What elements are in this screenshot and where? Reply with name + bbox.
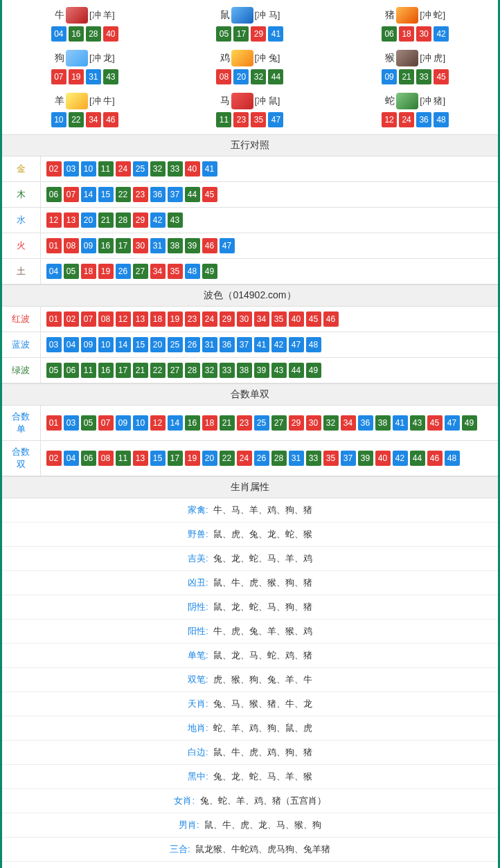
attribute-value: 鼠、牛、虎、龙、马、猴、狗 <box>202 820 322 830</box>
number-ball: 48 <box>185 264 200 279</box>
number-ball: 34 <box>341 415 356 431</box>
number-ball: 17 <box>116 238 131 253</box>
zodiac-icon <box>396 7 418 24</box>
attribute-key: 三合: <box>170 844 190 854</box>
number-ball: 37 <box>341 451 356 466</box>
attribute-key: 凶丑: <box>188 577 208 588</box>
zodiac-cell: 猪 [冲 蛇] 06183042 <box>332 3 498 46</box>
zodiac-grid: 牛 [冲 羊] 04162840 鼠 [冲 马] 05172941 猪 [冲 蛇… <box>2 0 498 134</box>
zodiac-clash: [冲 牛] <box>89 95 115 107</box>
zodiac-balls: 08203244 <box>168 69 333 84</box>
zodiac-cell: 鸡 [冲 兔] 08203244 <box>168 46 333 89</box>
zodiac-icon <box>231 7 253 24</box>
number-ball: 40 <box>103 26 118 42</box>
number-ball: 43 <box>410 415 425 431</box>
row-label: 红波 <box>2 307 40 332</box>
attribute-key: 天肖: <box>188 698 208 709</box>
zodiac-name: 羊 <box>55 95 64 107</box>
row-balls: 0103050709101214161821232527293032343638… <box>40 406 498 441</box>
number-ball: 32 <box>202 363 217 378</box>
number-ball: 36 <box>220 337 235 352</box>
number-ball: 47 <box>268 112 283 127</box>
number-ball: 39 <box>185 238 200 253</box>
row-label: 木 <box>2 182 40 208</box>
number-ball: 29 <box>289 415 304 431</box>
attribute-row: 吉美: 兔、龙、蛇、马、羊、鸡 <box>2 547 498 571</box>
heshu-table: 合数单 010305070910121416182123252729303234… <box>2 406 498 476</box>
table-row: 合数单 010305070910121416182123252729303234… <box>2 406 498 441</box>
number-ball: 04 <box>51 26 66 42</box>
number-ball: 12 <box>150 415 166 431</box>
number-ball: 18 <box>81 264 96 279</box>
number-ball: 04 <box>64 337 79 352</box>
row-label: 金 <box>2 156 40 182</box>
row-balls: 0204060811131517192022242628313335373940… <box>40 441 498 476</box>
number-ball: 32 <box>150 161 166 177</box>
number-ball: 18 <box>202 415 217 431</box>
zodiac-balls: 05172941 <box>168 26 333 42</box>
number-ball: 23 <box>185 311 200 327</box>
number-ball: 01 <box>46 311 62 327</box>
number-ball: 25 <box>168 337 183 352</box>
number-ball: 07 <box>98 415 114 431</box>
number-ball: 44 <box>268 69 283 84</box>
attribute-value: 兔、龙、蛇、马、羊、鸡 <box>211 553 313 563</box>
zodiac-balls: 04162840 <box>2 26 168 42</box>
row-label: 合数双 <box>2 441 40 476</box>
attribute-key: 男肖: <box>179 820 199 830</box>
number-ball: 21 <box>220 415 235 431</box>
attribute-value: 牛、虎、兔、羊、猴、鸡 <box>211 626 313 636</box>
number-ball: 24 <box>399 112 414 127</box>
table-row: 金 02031011242532334041 <box>2 156 498 182</box>
zodiac-name: 牛 <box>55 9 64 21</box>
zodiac-name: 鸡 <box>220 52 230 64</box>
number-ball: 32 <box>251 69 266 84</box>
attribute-value: 兔、龙、蛇、马、羊、猴 <box>211 771 313 781</box>
number-ball: 01 <box>46 415 62 431</box>
number-ball: 49 <box>462 415 477 431</box>
number-ball: 23 <box>233 112 249 127</box>
number-ball: 13 <box>133 311 148 327</box>
attribute-key: 白边: <box>188 747 208 757</box>
row-balls: 0102070812131819232429303435404546 <box>40 307 498 332</box>
number-ball: 31 <box>86 69 101 84</box>
number-ball: 03 <box>46 337 62 352</box>
number-ball: 34 <box>150 264 166 279</box>
number-ball: 16 <box>98 363 114 378</box>
zodiac-balls: 11233547 <box>168 112 333 127</box>
number-ball: 09 <box>81 337 96 352</box>
number-ball: 05 <box>46 363 62 378</box>
number-ball: 45 <box>434 69 449 84</box>
number-ball: 19 <box>185 451 200 466</box>
number-ball: 44 <box>289 363 304 378</box>
attribute-key: 野兽: <box>188 529 208 539</box>
number-ball: 36 <box>416 112 431 127</box>
zodiac-icon <box>396 50 418 66</box>
zodiac-icon <box>66 93 88 109</box>
number-ball: 36 <box>358 415 373 431</box>
number-ball: 49 <box>306 363 321 378</box>
attribute-key: 阴性: <box>188 602 208 612</box>
number-ball: 23 <box>133 187 148 202</box>
number-ball: 42 <box>150 213 166 228</box>
attribute-value: 兔、马、猴、猪、牛、龙 <box>211 698 313 709</box>
number-ball: 26 <box>185 337 200 352</box>
attribute-row: 家禽: 牛、马、羊、鸡、狗、猪 <box>2 498 498 523</box>
number-ball: 47 <box>445 415 460 431</box>
number-ball: 23 <box>237 415 252 431</box>
row-label: 蓝波 <box>2 332 40 358</box>
row-balls: 06071415222336374445 <box>40 182 498 208</box>
number-ball: 40 <box>185 161 200 177</box>
row-balls: 04051819262734354849 <box>40 259 498 284</box>
number-ball: 04 <box>64 451 79 466</box>
number-ball: 05 <box>64 264 79 279</box>
attribute-row: 白边: 鼠、牛、虎、鸡、狗、猪 <box>2 741 498 765</box>
number-ball: 19 <box>69 69 84 84</box>
number-ball: 07 <box>81 311 96 327</box>
number-ball: 19 <box>168 311 183 327</box>
zodiac-name: 蛇 <box>385 95 395 107</box>
number-ball: 27 <box>133 264 148 279</box>
zodiac-cell: 蛇 [冲 猪] 12243648 <box>332 89 498 132</box>
number-ball: 30 <box>237 311 252 327</box>
number-ball: 22 <box>150 363 166 378</box>
